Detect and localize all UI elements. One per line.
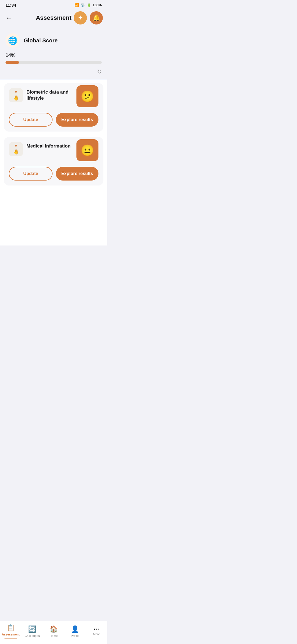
history-icon: ↻ <box>97 68 102 75</box>
bell-icon: 🔔 <box>93 14 100 21</box>
medical-card: ♥ 🤚 Medical Information 😐 Update Explore… <box>4 137 103 185</box>
star-icon: ✦ <box>78 14 83 21</box>
battery-icon: 🔋 <box>87 3 91 7</box>
header-left: ← <box>4 13 13 23</box>
medical-icon-wrap: ♥ 🤚 <box>9 142 23 156</box>
header-right: ✦ 🔔 <box>74 11 103 24</box>
bell-button[interactable]: 🔔 <box>90 11 103 24</box>
medical-title: Medical Information <box>26 142 71 149</box>
star-button[interactable]: ✦ <box>74 11 87 24</box>
wifi-icon: 📶 <box>75 3 79 7</box>
medical-emoji-badge: 😐 <box>76 139 98 161</box>
cards-section: ♥ 🤚 Biometric data and lifestyle 😕 Updat… <box>0 80 107 245</box>
global-score-header: 🌐 Global Score <box>6 33 102 48</box>
card-top: ♥ 🤚 Biometric data and lifestyle 😕 <box>9 88 98 107</box>
biometric-emoji-badge: 😕 <box>76 85 98 107</box>
back-button[interactable]: ← <box>4 13 13 23</box>
global-score-title: Global Score <box>24 37 57 44</box>
medical-explore-button[interactable]: Explore results <box>56 167 98 181</box>
biometric-explore-button[interactable]: Explore results <box>56 113 98 127</box>
battery-percent: 100% <box>93 3 102 7</box>
global-score-section: 🌐 Global Score 14% ↻ <box>0 27 107 80</box>
score-percent: 14% <box>6 53 102 58</box>
card-top-medical: ♥ 🤚 Medical Information 😐 <box>9 142 98 161</box>
page-title: Assessment <box>36 14 72 21</box>
history-button[interactable]: ↻ <box>97 68 102 75</box>
biometric-title: Biometric data and lifestyle <box>26 88 74 101</box>
card-left: ♥ 🤚 Biometric data and lifestyle <box>9 88 74 102</box>
status-icons: 📶 📡 🔋 100% <box>75 3 102 7</box>
app-header: ← Assessment ✦ 🔔 <box>0 9 107 27</box>
biometric-emoji: 😕 <box>81 90 94 103</box>
biometric-update-button[interactable]: Update <box>9 113 53 127</box>
status-bar: 11:34 📶 📡 🔋 100% <box>0 0 107 9</box>
medical-update-button[interactable]: Update <box>9 167 53 181</box>
medical-emoji: 😐 <box>81 144 94 157</box>
progress-fill <box>6 61 19 64</box>
history-icon-wrap: ↻ <box>6 68 102 75</box>
biometric-actions: Update Explore results <box>9 113 98 127</box>
signal-icon: 📡 <box>81 3 85 7</box>
medical-actions: Update Explore results <box>9 167 98 181</box>
progress-bar <box>6 61 102 64</box>
medical-icon: ♥ 🤚 <box>13 143 19 155</box>
status-time: 11:34 <box>6 3 16 7</box>
biometric-card: ♥ 🤚 Biometric data and lifestyle 😕 Updat… <box>4 83 103 132</box>
globe-icon: 🌐 <box>6 33 20 48</box>
biometric-icon-wrap: ♥ 🤚 <box>9 88 23 102</box>
card-left-medical: ♥ 🤚 Medical Information <box>9 142 74 156</box>
biometric-icon: ♥ 🤚 <box>13 89 19 101</box>
